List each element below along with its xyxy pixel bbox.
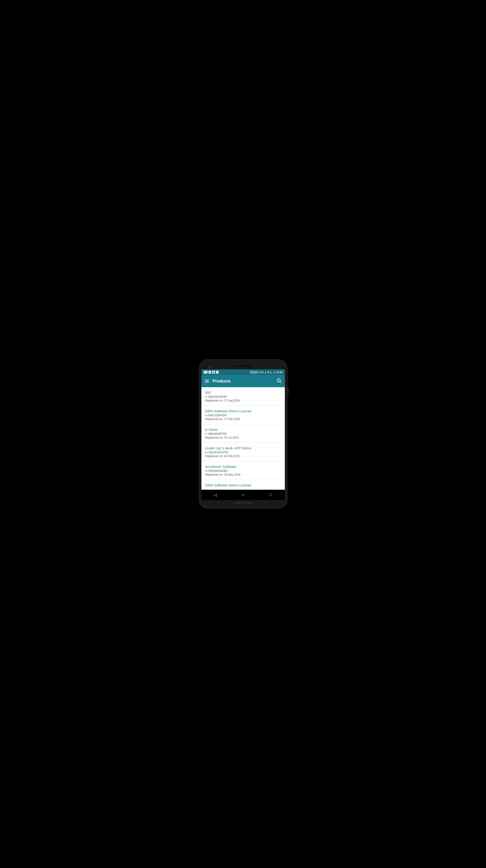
- search-button[interactable]: [277, 378, 282, 384]
- product-name: Under Liju"s desk- ATP Demo: [205, 446, 281, 450]
- product-date: Registered on: 30 May 2014: [205, 473, 281, 476]
- status-right-icons: VOLTE ▾ LTE ▲ R ▲ ⚡ 12:24: [250, 371, 282, 374]
- list-item[interactable]: 500 # 18B169245E50 Registered on: 27 Aug…: [201, 387, 285, 406]
- phone-top: [201, 363, 285, 369]
- app-bar: Products: [201, 375, 285, 387]
- camera: [208, 366, 211, 369]
- product-date: Registered on: 27 Aug 2016: [205, 399, 281, 402]
- product-date: Registered on: 17 Feb 2016: [205, 417, 281, 421]
- product-name: tz home: [205, 428, 281, 432]
- product-date: Registered on: 15 Jul 2015: [205, 436, 281, 439]
- my-icon: my: [204, 371, 207, 374]
- list-item[interactable]: GMS Software Demo License: [201, 480, 285, 490]
- volte-badge: VOLTE: [250, 371, 257, 374]
- list-item[interactable]: Under Liju"s desk- ATP Demo # C0EAE4AF47…: [201, 443, 285, 461]
- hamburger-line-2: [205, 381, 209, 381]
- list-item[interactable]: GMS Software Demo License # 0040102843D8…: [201, 406, 285, 424]
- status-left-icons: my M ▣ N: [204, 371, 219, 374]
- svg-point-0: [277, 379, 280, 382]
- product-id: # 18B169090700: [205, 432, 281, 436]
- home-button[interactable]: ○: [238, 490, 248, 500]
- page-title: Products: [213, 379, 277, 384]
- wifi-icon: ▾: [258, 371, 259, 374]
- product-id: # 18B169245E50: [205, 395, 281, 399]
- phone-bottom: [201, 500, 285, 505]
- product-id: # 0040102843D8: [205, 414, 281, 417]
- volume-button: [288, 387, 288, 394]
- back-button[interactable]: ◁: [210, 490, 220, 500]
- signal-icon: ▲: [264, 371, 267, 374]
- product-date: Registered on: 24 Feb 2015: [205, 455, 281, 458]
- n-icon: N: [216, 371, 219, 374]
- recents-button[interactable]: □: [266, 490, 276, 500]
- roaming-icon: R: [267, 371, 269, 374]
- list-item[interactable]: Scrutinizer Software # CD00000042BA Regi…: [201, 461, 285, 480]
- phone-device: my M ▣ N VOLTE ▾ LTE ▲ R ▲ ⚡ 12:24: [199, 359, 288, 509]
- product-name: GMS Software Demo License: [205, 409, 281, 413]
- speaker: [234, 365, 253, 367]
- status-bar: my M ▣ N VOLTE ▾ LTE ▲ R ▲ ⚡ 12:24: [201, 369, 285, 375]
- menu-button[interactable]: [205, 380, 209, 382]
- list-item[interactable]: tz home # 18B169090700 Registered on: 15…: [201, 424, 285, 443]
- hamburger-line-3: [205, 382, 209, 382]
- product-name: Scrutinizer Software: [205, 465, 281, 469]
- product-name: 500: [205, 391, 281, 395]
- product-id: # CD00000042BA: [205, 469, 281, 472]
- svg-line-1: [280, 381, 281, 383]
- product-id: # C0EAE4AF479C: [205, 451, 281, 454]
- lte-badge: LTE: [260, 371, 264, 373]
- bottom-nav: ◁ ○ □: [201, 490, 285, 500]
- clock: 12:24: [277, 371, 283, 374]
- bottom-indicator: [234, 502, 253, 503]
- product-name: GMS Software Demo License: [205, 483, 281, 487]
- battery-icon: ⚡: [273, 371, 276, 374]
- phone-screen: my M ▣ N VOLTE ▾ LTE ▲ R ▲ ⚡ 12:24: [201, 369, 285, 500]
- product-list: 500 # 18B169245E50 Registered on: 27 Aug…: [201, 387, 285, 490]
- photos-icon: ▣: [212, 371, 215, 374]
- gmail-icon: M: [208, 371, 211, 374]
- hamburger-line-1: [205, 380, 209, 380]
- signal2-icon: ▲: [270, 371, 272, 374]
